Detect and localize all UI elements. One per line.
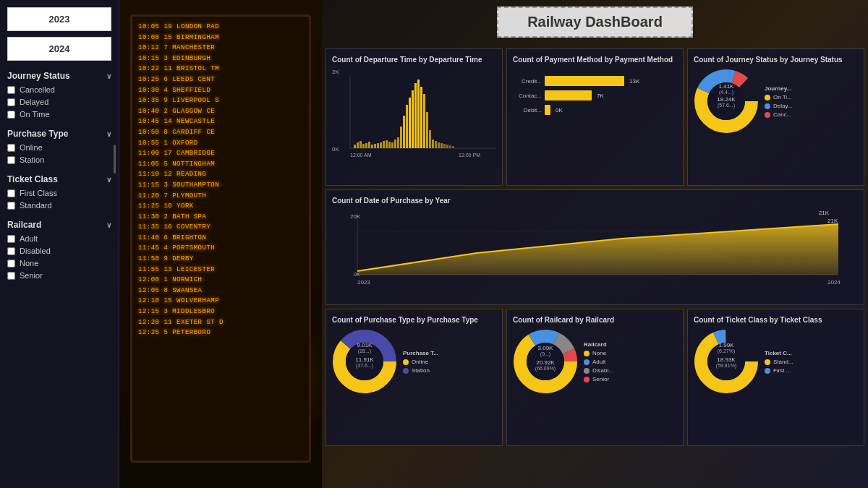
svg-rect-13 (386, 140, 388, 148)
journey-delayed-item: Delayed (7, 98, 111, 106)
journey-cancelled-item: Cancelled (7, 85, 111, 94)
journey-legend-delayed: Delay... (765, 103, 793, 109)
svg-text:21K: 21K (827, 218, 838, 224)
ticket-standard-item: Standard (7, 201, 111, 210)
journey-cancelled-checkbox[interactable] (7, 86, 15, 94)
station-board: 10:05 19 LONDON PAD10:08 15 BIRMINGHAM10… (119, 0, 322, 488)
purchase-type-legend: Purchase T... Online Station (403, 350, 438, 376)
svg-rect-30 (435, 141, 437, 148)
purchase-center-top: 9.01K (332, 342, 397, 348)
svg-rect-23 (414, 83, 417, 148)
svg-rect-35 (449, 145, 451, 148)
railcard-none-checkbox[interactable] (7, 260, 15, 267)
journey-status-title: Journey Status ∨ (7, 71, 111, 81)
journey-ontime-item: On Time (7, 110, 111, 119)
purchase-online-checkbox[interactable] (7, 144, 15, 152)
svg-rect-9 (374, 144, 376, 148)
svg-text:12:00 PM: 12:00 PM (459, 153, 480, 158)
ticket-firstclass-checkbox[interactable] (7, 189, 15, 197)
svg-rect-29 (432, 140, 434, 148)
journey-donut-wrapper: 1.41K (4.4...) 18.24K (57.6...) (694, 69, 759, 137)
purchase-online-legend: Online (403, 359, 438, 365)
purchase-type-chevron: ∨ (106, 130, 111, 138)
ticket-class-donut-chart: Count of Ticket Class by Ticket Class 1.… (687, 309, 864, 446)
svg-rect-8 (371, 145, 373, 148)
payment-method-viz: Credit... 13K Contac... 7K Debit... 0K (513, 69, 677, 115)
departure-board-text: 10:05 19 LONDON PAD10:08 15 BIRMINGHAM10… (132, 17, 309, 345)
railcard-center-top: 3.09K (513, 345, 578, 351)
ticket-center-bot: 18.93K (694, 356, 759, 363)
year-2023-button[interactable]: 2023 (7, 7, 111, 31)
sidebar-scrollbar[interactable] (114, 145, 116, 174)
journey-ontime-checkbox[interactable] (7, 111, 15, 119)
ontime-dot (765, 95, 770, 100)
station-legend-label: Station (412, 367, 430, 374)
payment-contact-label: Contac... (513, 93, 542, 99)
journey-status-donut-title: Count of Journey Status by Journey Statu… (694, 55, 858, 64)
purchase-year-ymax: 21K (819, 210, 829, 216)
purchase-type-donut-title: Count of Purchase Type by Purchase Type (332, 315, 496, 325)
svg-marker-46 (357, 224, 838, 275)
railcard-senior-checkbox[interactable] (7, 272, 15, 280)
cancelled-label: Canc... (773, 111, 791, 118)
railcard-adult-checkbox[interactable] (7, 235, 15, 243)
railcard-center-sub: (9...) (513, 351, 578, 356)
svg-rect-28 (429, 130, 431, 148)
online-dot (403, 359, 409, 365)
svg-rect-24 (417, 80, 420, 148)
svg-rect-10 (377, 143, 379, 148)
svg-rect-21 (409, 98, 411, 148)
ticket-class-filter: Ticket Class ∨ First Class Standard (7, 174, 111, 210)
journey-center-bottom-sub: (57.6...) (694, 103, 759, 108)
station-dot (403, 368, 409, 374)
departure-board-screen: 10:05 19 LONDON PAD10:08 15 BIRMINGHAM10… (130, 14, 311, 463)
purchase-type-title: Purchase Type ∨ (7, 129, 111, 139)
departure-y-max: 2K (332, 69, 339, 75)
railcard-chevron: ∨ (106, 221, 111, 229)
ticket-legend-title: Ticket C... (765, 350, 793, 356)
purchase-type-filter: Purchase Type ∨ Online Station (7, 129, 111, 164)
svg-rect-18 (400, 127, 402, 148)
svg-rect-4 (359, 141, 362, 148)
svg-rect-34 (446, 145, 448, 148)
first-legend-label: First ... (773, 367, 791, 374)
svg-rect-7 (368, 142, 370, 148)
railcard-legend: Railcard None Adult Disabl... (584, 341, 613, 385)
payment-method-chart: Count of Payment Method by Payment Metho… (506, 48, 684, 186)
sidebar: 2023 2024 Journey Status ∨ Cancelled Del… (0, 0, 119, 488)
year-2024-button[interactable]: 2024 (7, 37, 111, 61)
journey-donut-center: 1.41K (4.4...) 18.24K (57.6...) (694, 83, 759, 108)
svg-rect-16 (394, 140, 396, 148)
railcard-senior-dot (584, 377, 590, 382)
ontime-label: On Ti... (773, 94, 792, 100)
svg-rect-19 (403, 116, 405, 148)
svg-rect-27 (426, 112, 428, 148)
purchase-station-checkbox[interactable] (7, 156, 15, 164)
purchase-center-bot-sub: (37.6...) (332, 363, 397, 368)
page-header: Railway DashBoard (322, 0, 868, 43)
railcard-none-legend-label: None (592, 350, 606, 356)
first-dot (765, 368, 770, 374)
payment-credit-value: 13K (629, 78, 639, 85)
ticket-standard-checkbox[interactable] (7, 202, 15, 210)
svg-rect-15 (391, 142, 393, 148)
payment-contact-value: 7K (597, 93, 604, 99)
journey-legend-title: Journey... (765, 85, 793, 92)
railcard-donut-title: Count of Railcard by Railcard (513, 315, 677, 325)
svg-rect-32 (441, 143, 443, 148)
railcard-disabled-legend-label: Disabl... (592, 367, 613, 374)
payment-debit-bar (545, 105, 550, 115)
purchase-year-viz: 21K 20K (332, 210, 858, 289)
purchase-year-ymid: 20K (350, 213, 360, 220)
railcard-disabled-checkbox[interactable] (7, 247, 15, 255)
railcard-title: Railcard ∨ (7, 220, 111, 230)
svg-rect-11 (380, 142, 382, 148)
departure-time-chart: Count of Departure Time by Departure Tim… (326, 48, 503, 186)
svg-rect-5 (362, 144, 365, 148)
svg-text:12:00 AM: 12:00 AM (350, 153, 372, 158)
journey-delayed-checkbox[interactable] (7, 98, 15, 106)
page-title: Railway DashBoard (497, 7, 693, 38)
ticket-firstclass-item: First Class (7, 189, 111, 197)
svg-rect-2 (354, 145, 356, 148)
purchase-online-item: Online (7, 143, 111, 152)
